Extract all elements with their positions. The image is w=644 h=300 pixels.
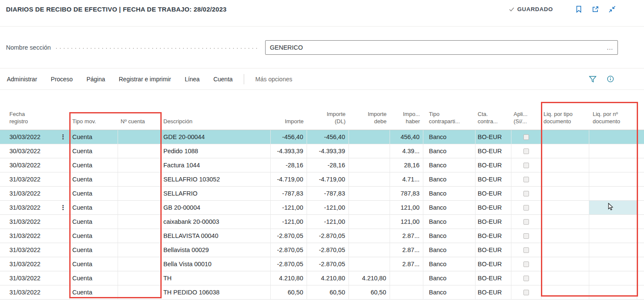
checkbox-aplicacion[interactable] [523,219,529,225]
col-header-liq-por-tipo-documento[interactable]: Liq. por tipodocumento [541,90,589,130]
table-row[interactable]: 31/03/2022 Cuenta SELLAFRIO -787,83 -787… [0,187,644,201]
menu-item-proceso[interactable]: Proceso [44,76,80,83]
cell-aplicacion[interactable] [511,215,541,229]
cell-fecha-registro[interactable]: 31/03/2022 [0,243,57,257]
cell-n-cuenta[interactable] [118,201,161,215]
cell-fecha-registro[interactable]: 30/03/2022 [0,144,57,158]
cell-n-cuenta[interactable] [118,144,161,158]
cell-tipo-contrapartida[interactable]: Banco [423,243,476,257]
filter-icon[interactable] [589,76,597,83]
cell-liq-por-n-documento[interactable] [589,229,637,243]
info-icon[interactable] [607,75,614,83]
cell-fecha-registro[interactable]: 31/03/2022 [0,215,57,229]
cell-importe-dl[interactable]: -121,00 [307,215,349,229]
bookmark-icon[interactable] [575,6,582,13]
cell-cta-contrapartida[interactable]: BO-EUR [476,144,511,158]
cell-importe-debe[interactable]: 60,50 [349,285,390,300]
cell-fecha-registro[interactable]: 31/03/2022 [0,271,57,285]
col-header-fecha-registro[interactable]: Fecharegistro [0,90,57,130]
cell-liq-por-tipo-documento[interactable] [541,172,589,187]
cell-importe-debe[interactable] [349,201,390,215]
cell-cta-contrapartida[interactable]: BO-EUR [476,130,511,144]
cell-fecha-registro[interactable]: 31/03/2022 [0,201,57,215]
cell-liq-por-tipo-documento[interactable] [541,158,589,172]
cell-tipo-contrapartida[interactable]: Banco [423,144,476,158]
cell-descripcion[interactable]: caixabank 20-00003 [161,215,271,229]
cell-importe[interactable]: -456,40 [271,130,307,144]
col-header-descripcion[interactable]: Descripción [161,90,271,130]
cell-n-cuenta[interactable] [118,285,161,300]
row-actions-button[interactable]: ⋮ [57,130,70,144]
cell-tipo-contrapartida[interactable]: Banco [423,285,476,300]
col-header-n-cuenta[interactable]: Nº cuenta [118,90,161,130]
cell-importe-debe[interactable] [349,229,390,243]
cell-importe-debe[interactable] [349,144,390,158]
cell-importe-debe[interactable] [349,215,390,229]
cell-importe[interactable]: 4.210,80 [271,271,307,285]
cell-aplicacion[interactable] [511,158,541,172]
cell-descripcion[interactable]: SELLAFRIO [161,187,271,201]
table-row[interactable]: 30/03/2022 Cuenta Factura 1044 -28,16 -2… [0,158,644,172]
cell-aplicacion[interactable] [511,201,541,215]
cell-importe-haber[interactable]: 121,00 [390,201,423,215]
cell-aplicacion[interactable] [511,271,541,285]
cell-importe-dl[interactable]: -121,00 [307,201,349,215]
cell-importe-haber[interactable]: 4.39... [390,144,423,158]
row-actions-button[interactable] [57,144,70,158]
checkbox-aplicacion[interactable] [523,134,529,140]
checkbox-aplicacion[interactable] [523,177,529,182]
cell-descripcion[interactable]: BELLAVISTA 00040 [161,229,271,243]
cell-importe-dl[interactable]: -4.393,39 [307,144,349,158]
cell-fecha-registro[interactable]: 31/03/2022 [0,285,57,300]
cell-cta-contrapartida[interactable]: BO-EUR [476,187,511,201]
checkbox-aplicacion[interactable] [523,233,529,239]
cell-aplicacion[interactable] [511,144,541,158]
cell-importe-debe[interactable] [349,257,390,271]
row-actions-button[interactable] [57,271,70,285]
cell-liq-por-n-documento[interactable] [589,172,637,187]
cell-liq-por-tipo-documento[interactable] [541,187,589,201]
cell-importe-dl[interactable]: -456,40 [307,130,349,144]
table-row[interactable]: 31/03/2022 Cuenta SELLAFRIO 103052 -4.71… [0,172,644,187]
checkbox-aplicacion[interactable] [523,163,529,168]
cell-importe[interactable]: -2.870,05 [271,257,307,271]
cell-cta-contrapartida[interactable]: BO-EUR [476,229,511,243]
cell-descripcion[interactable]: SELLAFRIO 103052 [161,172,271,187]
cell-liq-por-n-documento[interactable] [589,285,637,300]
cell-importe-haber[interactable] [390,285,423,300]
cell-tipo-mov[interactable]: Cuenta [70,271,118,285]
cell-n-cuenta[interactable] [118,158,161,172]
cell-importe-debe[interactable] [349,130,390,144]
cell-importe-dl[interactable]: 60,50 [307,285,349,300]
cell-tipo-mov[interactable]: Cuenta [70,229,118,243]
cell-importe[interactable]: 60,50 [271,285,307,300]
cell-liq-por-tipo-documento[interactable] [541,144,589,158]
row-actions-button[interactable] [57,172,70,187]
menu-item-pagina[interactable]: Página [80,76,112,83]
col-header-importe[interactable]: Importe [271,90,307,130]
cell-tipo-contrapartida[interactable]: Banco [423,271,476,285]
col-header-importe-dl[interactable]: Importe(DL) [307,90,349,130]
cell-aplicacion[interactable] [511,229,541,243]
cell-tipo-mov[interactable]: Cuenta [70,257,118,271]
cell-importe-haber[interactable]: 121,00 [390,215,423,229]
cell-importe[interactable]: -121,00 [271,201,307,215]
cell-fecha-registro[interactable]: 31/03/2022 [0,257,57,271]
table-row[interactable]: 30/03/2022 Cuenta Pedido 1088 -4.393,39 … [0,144,644,158]
cell-fecha-registro[interactable]: 30/03/2022 [0,130,57,144]
cell-cta-contrapartida[interactable]: BO-EUR [476,243,511,257]
cell-importe-debe[interactable] [349,172,390,187]
cell-descripcion[interactable]: TH [161,271,271,285]
checkbox-aplicacion[interactable] [523,290,529,295]
cell-importe-debe[interactable] [349,158,390,172]
cell-importe[interactable]: -2.870,05 [271,229,307,243]
cell-liq-por-n-documento[interactable] [589,130,637,144]
table-row[interactable]: 31/03/2022 Cuenta Bellavista 00029 -2.87… [0,243,644,257]
cell-importe-haber[interactable]: 2.87... [390,229,423,243]
menu-item-linea[interactable]: Línea [178,76,207,83]
checkbox-aplicacion[interactable] [523,247,529,253]
cell-aplicacion[interactable] [511,172,541,187]
cell-importe-haber[interactable]: 787,83 [390,187,423,201]
cell-importe[interactable]: -2.870,05 [271,243,307,257]
table-row[interactable]: 30/03/2022 ⋮ Cuenta GDE 20-00044 -456,40… [0,130,644,144]
